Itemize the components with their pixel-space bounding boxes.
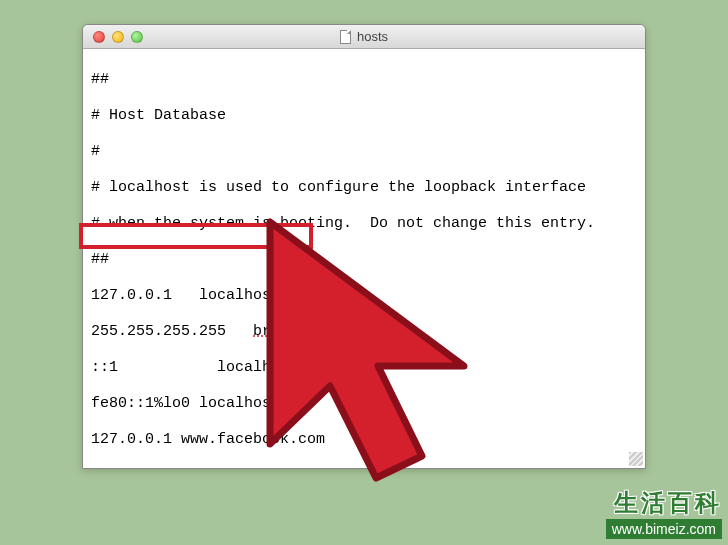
editor-line: # when the system is booting. Do not cha… bbox=[91, 215, 637, 233]
titlebar[interactable]: hosts bbox=[83, 25, 645, 49]
editor-window: hosts ## # Host Database # # localhost i… bbox=[82, 24, 646, 469]
traffic-lights bbox=[83, 31, 143, 43]
editor-line: # localhost is used to configure the loo… bbox=[91, 179, 637, 197]
editor-line: fe80::1%lo0 localhost bbox=[91, 395, 637, 413]
window-title: hosts bbox=[357, 29, 388, 44]
watermark: 生活百科 www.bimeiz.com bbox=[606, 487, 722, 539]
watermark-text-2: www.bimeiz.com bbox=[606, 519, 722, 539]
editor-line: # Host Database bbox=[91, 107, 637, 125]
editor-line: # bbox=[91, 143, 637, 161]
editor-line: 127.0.0.1 localhost bbox=[91, 287, 637, 305]
document-icon bbox=[340, 30, 351, 44]
resize-handle-icon[interactable] bbox=[629, 452, 643, 466]
editor-line: ## bbox=[91, 71, 637, 89]
watermark-text-1: 生活百科 bbox=[606, 487, 722, 519]
close-icon[interactable] bbox=[93, 31, 105, 43]
window-title-area: hosts bbox=[83, 29, 645, 44]
editor-line: 127.0.0.1 www.facebook.com bbox=[91, 431, 637, 449]
spellcheck-token: broadcasthost bbox=[253, 323, 370, 340]
maximize-icon[interactable] bbox=[131, 31, 143, 43]
minimize-icon[interactable] bbox=[112, 31, 124, 43]
editor-line: 255.255.255.255 broadcasthost bbox=[91, 323, 637, 341]
editor-line: ## bbox=[91, 251, 637, 269]
text-editor-content[interactable]: ## # Host Database # # localhost is used… bbox=[83, 49, 645, 507]
editor-line: ::1 localhost bbox=[91, 359, 637, 377]
